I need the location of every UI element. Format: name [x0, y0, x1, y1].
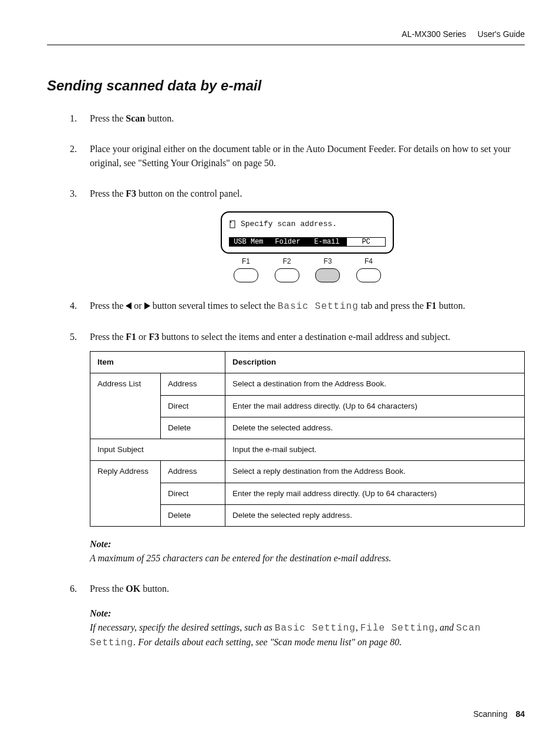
page-header: AL-MX300 Series User's Guide [47, 29, 525, 45]
table-header-row: Item Description [90, 352, 525, 373]
step-3-post: button on the control panel. [136, 188, 242, 198]
fkey-f4-col: F4 [354, 256, 383, 282]
cell-address-list: Address List [90, 373, 161, 439]
th-desc: Description [225, 352, 525, 373]
note-1: Note: A maximum of 255 characters can be… [90, 537, 525, 565]
basic-setting-mono: Basic Setting [278, 301, 359, 312]
footer-section: Scanning [473, 709, 507, 719]
note-2-label: Note: [90, 607, 525, 621]
fkey-f3-button [315, 268, 340, 282]
step-5-post: buttons to select the items and enter a … [159, 332, 450, 342]
cell-reply-address: Reply Address [90, 461, 161, 527]
f3-bold: F3 [126, 188, 136, 198]
cell-input-subject: Input Subject [90, 439, 225, 461]
scan-bold: Scan [126, 113, 145, 123]
fkey-f4-label: F4 [354, 256, 383, 267]
note-1-label: Note: [90, 537, 525, 551]
cell-ra-address: Address [161, 461, 225, 483]
cell-al-delete: Delete [161, 417, 225, 439]
mono-file-setting: File Setting [360, 623, 435, 634]
step-4-after: button several times to select the [150, 301, 278, 311]
cell-ra-delete-desc: Delete the selected reply address. [225, 504, 525, 526]
section-title: Sending scanned data by e-mail [47, 78, 525, 94]
note-2: Note: If necessary, specify the desired … [90, 607, 525, 650]
cell-al-address: Address [161, 373, 225, 395]
fkey-f1-button [234, 268, 258, 282]
cell-al-address-desc: Select a destination from the Address Bo… [225, 373, 525, 395]
step-6: Press the OK button. Note: If necessary,… [79, 582, 525, 650]
cell-ra-delete: Delete [161, 504, 225, 526]
f1-bold-2: F1 [126, 332, 136, 342]
f3-bold-2: F3 [149, 332, 159, 342]
note-1-text: A maximum of 255 characters can be enter… [90, 551, 525, 565]
f1-bold: F1 [426, 301, 437, 311]
step-4-tab: tab and press the [359, 301, 426, 311]
mono-basic-setting: Basic Setting [275, 623, 356, 634]
cell-input-subject-desc: Input the e-mail subject. [225, 439, 525, 461]
fkey-f3-col: F3 [313, 256, 342, 282]
cell-al-direct: Direct [161, 395, 225, 417]
step-1-pre: Press the [90, 113, 126, 123]
lcd-line1-text: Specify scan address. [241, 218, 337, 230]
cell-ra-address-desc: Select a reply destination from the Addr… [225, 461, 525, 483]
note-2-c2: , and [435, 622, 456, 632]
fkey-f2-label: F2 [272, 256, 302, 267]
lcd-screen: Specify scan address. USB Mem Folder E-m… [221, 211, 394, 254]
step-1-post: button. [145, 113, 174, 123]
fkey-f1-label: F1 [231, 256, 261, 267]
header-guide: User's Guide [478, 29, 525, 39]
step-1: Press the Scan button. [79, 112, 525, 126]
step-4-end: button. [437, 301, 465, 311]
cell-ra-direct: Direct [161, 483, 225, 504]
left-arrow-icon [126, 302, 131, 309]
ok-bold: OK [126, 584, 140, 594]
lcd-line1: Specify scan address. [229, 218, 386, 230]
table-row: Address List Address Select a destinatio… [90, 373, 525, 395]
cell-al-direct-desc: Enter the mail address directly. (Up to … [225, 395, 525, 417]
settings-table: Item Description Address List Address Se… [90, 351, 525, 527]
fkey-f3-label: F3 [313, 256, 342, 267]
step-5-or: or [136, 332, 149, 342]
step-3: Press the F3 button on the control panel… [79, 187, 525, 282]
lcd-tab-email: E-mail [308, 237, 347, 247]
lcd-tab-usbmem: USB Mem [229, 237, 268, 247]
footer-page-number: 84 [515, 709, 525, 719]
table-row: Reply Address Address Select a reply des… [90, 461, 525, 483]
cell-al-delete-desc: Delete the selected address. [225, 417, 525, 439]
steps-list: Press the Scan button. Place your origin… [47, 112, 525, 650]
note-2-c1: , [356, 622, 360, 632]
right-arrow-icon [144, 302, 150, 309]
fkey-f4-button [356, 268, 381, 282]
document-icon [229, 220, 237, 228]
step-3-pre: Press the [90, 188, 126, 198]
note-2-text: If necessary, specify the desired settin… [90, 621, 525, 650]
step-6-post: button. [140, 584, 169, 594]
cell-ra-direct-desc: Enter the reply mail address directly. (… [225, 483, 525, 504]
step-5-pre: Press the [90, 332, 126, 342]
fkey-f1-col: F1 [231, 256, 261, 282]
lcd-tab-folder: Folder [268, 237, 308, 247]
note-2-pre: If necessary, specify the desired settin… [90, 622, 275, 632]
header-series: AL-MX300 Series [402, 29, 466, 39]
th-item: Item [90, 352, 225, 373]
step-5: Press the F1 or F3 buttons to select the… [79, 330, 525, 565]
step-4-or: or [131, 301, 144, 311]
fkey-f2-button [275, 268, 299, 282]
step-6-pre: Press the [90, 584, 126, 594]
step-2: Place your original either on the docume… [79, 142, 525, 170]
step-4-pre: Press the [90, 301, 126, 311]
page-footer: Scanning 84 [473, 709, 525, 719]
table-row: Input Subject Input the e-mail subject. [90, 439, 525, 461]
control-panel-figure: Specify scan address. USB Mem Folder E-m… [221, 211, 394, 282]
step-4: Press the or button several times to sel… [79, 299, 525, 314]
fkey-f2-col: F2 [272, 256, 302, 282]
fkeys-row: F1 F2 F3 F4 [221, 256, 394, 282]
note-2-post: . For details about each setting, see "S… [133, 637, 402, 647]
lcd-tabs: USB Mem Folder E-mail PC [229, 237, 386, 247]
lcd-tab-pc: PC [346, 237, 386, 247]
